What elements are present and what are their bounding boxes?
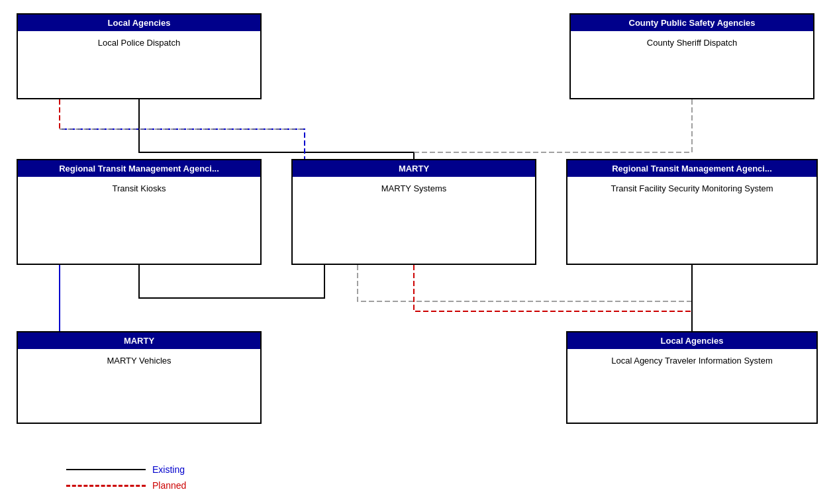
node-local-agency-traveler-body: Local Agency Traveler Information System (567, 349, 816, 402)
node-marty-systems-body: MARTY Systems (293, 177, 535, 230)
node-county-sheriff-body: County Sheriff Dispatch (571, 31, 813, 84)
node-marty-vehicles-body: MARTY Vehicles (18, 349, 260, 402)
node-transit-facility: Regional Transit Management Agenci... Tr… (566, 159, 818, 265)
legend: Existing Planned (66, 464, 186, 491)
node-marty-systems-header: MARTY (293, 160, 535, 177)
node-transit-facility-header: Regional Transit Management Agenci... (567, 160, 816, 177)
legend-planned-line (66, 485, 146, 487)
legend-existing-label: Existing (152, 464, 185, 475)
node-local-agency-traveler-header: Local Agencies (567, 332, 816, 349)
node-marty-systems: MARTY MARTY Systems (291, 159, 536, 265)
legend-existing: Existing (66, 464, 186, 475)
diagram-container: Local Agencies Local Police Dispatch Cou… (0, 0, 835, 450)
node-transit-kiosks-header: Regional Transit Management Agenci... (18, 160, 260, 177)
node-local-police-header: Local Agencies (18, 15, 260, 31)
node-marty-vehicles-header: MARTY (18, 332, 260, 349)
node-transit-facility-body: Transit Facility Security Monitoring Sys… (567, 177, 816, 230)
node-county-sheriff: County Public Safety Agencies County She… (569, 13, 814, 99)
node-local-police-body: Local Police Dispatch (18, 31, 260, 84)
node-local-agency-traveler: Local Agencies Local Agency Traveler Inf… (566, 331, 818, 424)
node-local-police: Local Agencies Local Police Dispatch (17, 13, 262, 99)
node-transit-kiosks-body: Transit Kiosks (18, 177, 260, 230)
node-county-sheriff-header: County Public Safety Agencies (571, 15, 813, 31)
legend-planned-label: Planned (152, 480, 186, 491)
legend-planned: Planned (66, 480, 186, 491)
node-transit-kiosks: Regional Transit Management Agenci... Tr… (17, 159, 262, 265)
legend-existing-line (66, 469, 146, 470)
node-marty-vehicles: MARTY MARTY Vehicles (17, 331, 262, 424)
